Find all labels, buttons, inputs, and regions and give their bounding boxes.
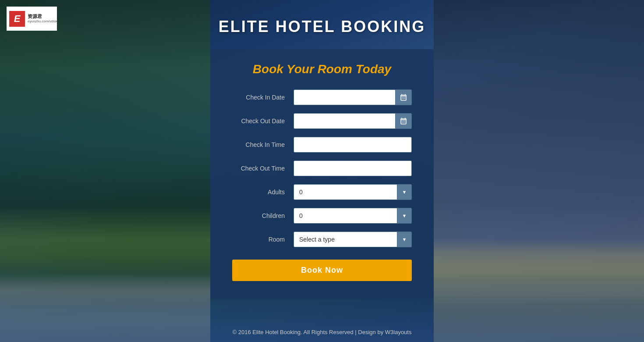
footer: © 2016 Elite Hotel Booking. All Rights R… (0, 329, 644, 335)
room-select[interactable]: Select a type Single Room Double Room Su… (294, 232, 412, 247)
booking-card-title: Book Your Room Today (232, 62, 412, 76)
adults-select-wrap: 0 1 2 3 4 5 (294, 184, 412, 200)
check-in-calendar-icon[interactable] (395, 89, 412, 105)
logo-text: 资源君 eyunzhu.com/vdisk (28, 13, 57, 24)
logo-icon: E (9, 11, 25, 27)
children-row: Children 0 1 2 3 4 (232, 208, 412, 224)
check-out-date-input[interactable] (294, 113, 412, 129)
footer-text: © 2016 Elite Hotel Booking. All Rights R… (233, 329, 412, 335)
children-select[interactable]: 0 1 2 3 4 (294, 208, 412, 224)
logo-name: 资源君 (28, 13, 57, 19)
check-in-time-input[interactable] (294, 137, 412, 153)
calendar-svg (400, 93, 407, 101)
check-in-time-row: Check In Time (232, 137, 412, 153)
room-label: Room (232, 236, 294, 243)
logo: E 资源君 eyunzhu.com/vdisk (7, 7, 57, 31)
check-in-date-label: Check In Date (232, 94, 294, 101)
book-now-button[interactable]: Book Now (232, 260, 412, 281)
check-out-time-wrap (294, 160, 412, 176)
booking-card: Book Your Room Today Check In Date Check… (210, 49, 434, 299)
check-in-date-input[interactable] (294, 89, 412, 105)
adults-row: Adults 0 1 2 3 4 5 (232, 184, 412, 200)
check-out-date-wrap (294, 113, 412, 129)
calendar-svg-2 (400, 117, 407, 125)
check-out-date-row: Check Out Date (232, 113, 412, 129)
room-select-wrap: Select a type Single Room Double Room Su… (294, 232, 412, 247)
logo-url: eyunzhu.com/vdisk (28, 19, 57, 24)
check-in-date-wrap (294, 89, 412, 105)
check-out-time-row: Check Out Time (232, 160, 412, 176)
check-out-calendar-icon[interactable] (395, 113, 412, 129)
site-title: ELITE HOTEL BOOKING (219, 18, 425, 36)
check-out-date-label: Check Out Date (232, 118, 294, 125)
check-out-time-input[interactable] (294, 160, 412, 176)
logo-letter: E (14, 13, 21, 25)
check-out-time-label: Check Out Time (232, 165, 294, 172)
adults-select[interactable]: 0 1 2 3 4 5 (294, 184, 412, 200)
room-row: Room Select a type Single Room Double Ro… (232, 232, 412, 247)
check-in-time-label: Check In Time (232, 141, 294, 148)
children-select-wrap: 0 1 2 3 4 (294, 208, 412, 224)
check-in-date-row: Check In Date (232, 89, 412, 105)
check-in-time-wrap (294, 137, 412, 153)
children-label: Children (232, 212, 294, 219)
adults-label: Adults (232, 189, 294, 196)
